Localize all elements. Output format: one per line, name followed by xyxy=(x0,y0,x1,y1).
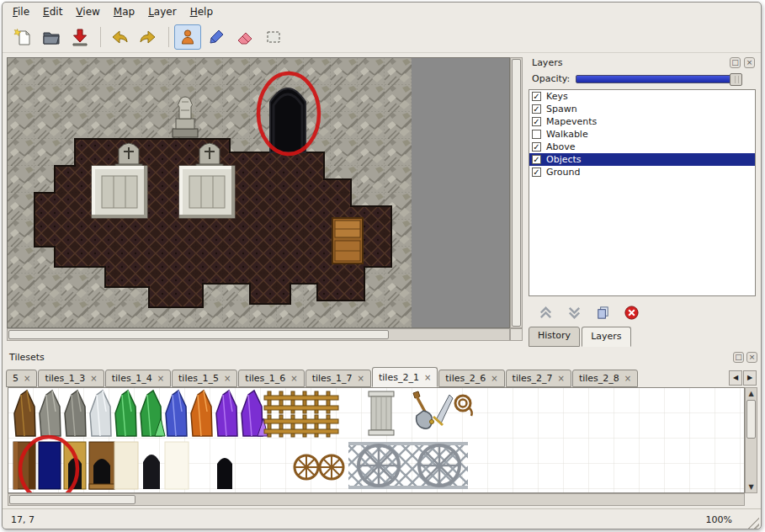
panel-close-icon[interactable]: × xyxy=(746,352,757,363)
toolbar xyxy=(3,21,761,53)
tileset-view[interactable] xyxy=(8,387,745,493)
crate-object xyxy=(332,218,363,263)
panel-float-icon[interactable]: □ xyxy=(730,57,741,68)
select-tool-button[interactable] xyxy=(260,24,287,50)
eraser-tool-button[interactable] xyxy=(231,24,258,50)
layer-row[interactable]: ✓ Mapevents xyxy=(529,115,755,128)
tab-close-icon[interactable]: × xyxy=(424,373,431,382)
tilesets-panel: Tilesets □ × 5× tiles_1_3× tiles_1_4× ti… xyxy=(4,350,761,508)
tiles-vscroll-thumb[interactable] xyxy=(746,400,756,439)
tileset-horizontal-scrollbar[interactable] xyxy=(8,493,745,506)
stamp-tool-button[interactable] xyxy=(174,24,201,50)
tile-column xyxy=(369,391,394,435)
tileset-vertical-scrollbar[interactable]: ▲ ▼ xyxy=(745,387,757,493)
cursor-coordinates: 17, 7 xyxy=(11,514,35,525)
layer-checkbox[interactable]: ✓ xyxy=(532,155,541,164)
menu-view[interactable]: View xyxy=(69,4,106,19)
tileset-tab[interactable]: tiles_2_6× xyxy=(438,370,504,387)
map-vertical-scrollbar[interactable] xyxy=(510,57,523,328)
layer-checkbox[interactable] xyxy=(532,130,541,139)
zoom-level: 100% xyxy=(706,514,732,525)
layer-checkbox[interactable]: ✓ xyxy=(532,104,541,114)
tab-close-icon[interactable]: × xyxy=(491,374,497,383)
layer-checkbox[interactable]: ✓ xyxy=(532,92,541,101)
tab-close-icon[interactable]: × xyxy=(157,374,164,383)
delete-layer-button[interactable] xyxy=(619,302,643,322)
tileset-tab[interactable]: tiles_1_7× xyxy=(305,370,371,387)
toolbar-separator xyxy=(168,27,169,47)
tab-layers[interactable]: Layers xyxy=(582,327,630,347)
redo-button[interactable] xyxy=(135,24,162,50)
tileset-tab[interactable]: 5× xyxy=(6,370,37,387)
tileset-tab-active[interactable]: tiles_2_1× xyxy=(372,367,438,387)
scroll-up-icon[interactable]: ▲ xyxy=(746,388,757,399)
menu-edit[interactable]: Edit xyxy=(36,4,69,19)
tileset-canvas[interactable] xyxy=(8,388,745,493)
tileset-tab[interactable]: tiles_1_5× xyxy=(172,370,237,387)
map-viewport[interactable] xyxy=(7,57,510,328)
new-button[interactable] xyxy=(9,24,36,50)
tilesets-panel-title: Tilesets xyxy=(4,350,761,365)
layer-checkbox[interactable]: ✓ xyxy=(532,142,541,152)
menu-layer[interactable]: Layer xyxy=(141,4,183,19)
layer-row-selected[interactable]: ✓ Objects xyxy=(529,153,755,166)
tile-metal-lattice xyxy=(348,442,468,489)
save-button[interactable] xyxy=(66,24,93,50)
tab-label: tiles_2_6 xyxy=(445,373,486,384)
map-horizontal-scrollbar[interactable] xyxy=(7,328,510,341)
opacity-slider[interactable] xyxy=(576,75,742,83)
layer-row[interactable]: ✓ Above xyxy=(529,141,755,153)
tab-scroll-right-icon[interactable]: ▶ xyxy=(743,370,757,386)
map-vscroll-thumb[interactable] xyxy=(512,59,521,327)
tab-close-icon[interactable]: × xyxy=(624,374,631,383)
layer-checkbox[interactable]: ✓ xyxy=(532,168,541,177)
layer-row[interactable]: ✓ Keys xyxy=(529,90,755,103)
tileset-tab[interactable]: tiles_1_6× xyxy=(238,370,304,387)
raise-layer-button[interactable] xyxy=(534,302,557,322)
select-rect-icon xyxy=(264,28,283,46)
tab-close-icon[interactable]: × xyxy=(24,374,30,383)
chevrons-down-icon xyxy=(566,305,582,321)
panel-float-icon[interactable]: □ xyxy=(733,352,744,363)
tab-close-icon[interactable]: × xyxy=(90,374,97,383)
tab-label: tiles_1_3 xyxy=(45,373,85,384)
layer-row[interactable]: Walkable xyxy=(529,128,755,141)
layer-row[interactable]: ✓ Spawn xyxy=(529,103,755,115)
layer-name: Mapevents xyxy=(546,116,597,127)
brush-icon xyxy=(207,28,226,46)
tab-close-icon[interactable]: × xyxy=(224,374,231,383)
resize-grip[interactable] xyxy=(747,517,759,529)
duplicate-layer-button[interactable] xyxy=(591,302,614,322)
menu-help[interactable]: Help xyxy=(183,4,220,19)
tab-scroll-left-icon[interactable]: ◀ xyxy=(729,370,742,386)
tab-close-icon[interactable]: × xyxy=(558,374,565,383)
tile-selected-navy[interactable] xyxy=(39,442,61,489)
lower-layer-button[interactable] xyxy=(562,302,586,322)
undo-button[interactable] xyxy=(106,24,133,50)
tab-close-icon[interactable]: × xyxy=(290,374,297,383)
tile-door-brown xyxy=(89,442,114,489)
opacity-slider-handle[interactable] xyxy=(730,73,742,86)
map-canvas[interactable] xyxy=(8,58,412,327)
tileset-tab[interactable]: tiles_2_8× xyxy=(572,370,638,387)
tileset-tab[interactable]: tiles_1_3× xyxy=(38,370,104,387)
layer-name: Walkable xyxy=(546,129,588,140)
tileset-tab[interactable]: tiles_1_4× xyxy=(105,370,171,387)
scroll-down-icon[interactable]: ▼ xyxy=(746,481,757,492)
layer-checkbox[interactable]: ✓ xyxy=(532,117,541,126)
panel-close-icon[interactable]: × xyxy=(744,57,755,68)
open-button[interactable] xyxy=(38,24,65,50)
brush-tool-button[interactable] xyxy=(203,24,230,50)
eraser-icon xyxy=(236,28,254,46)
menu-map[interactable]: Map xyxy=(107,4,141,19)
redo-icon xyxy=(139,28,157,46)
tiles-hscroll-thumb[interactable] xyxy=(9,495,135,504)
tab-history[interactable]: History xyxy=(529,327,580,347)
layers-panel-title: Layers xyxy=(527,56,757,71)
map-hscroll-thumb[interactable] xyxy=(8,330,389,339)
layer-list[interactable]: ✓ Keys ✓ Spawn ✓ Mapevents Walkable ✓ Ab… xyxy=(529,89,756,296)
tileset-tab[interactable]: tiles_2_7× xyxy=(506,370,571,387)
tab-close-icon[interactable]: × xyxy=(358,374,364,383)
menu-file[interactable]: File xyxy=(6,4,36,19)
layer-row[interactable]: ✓ Ground xyxy=(529,166,755,178)
